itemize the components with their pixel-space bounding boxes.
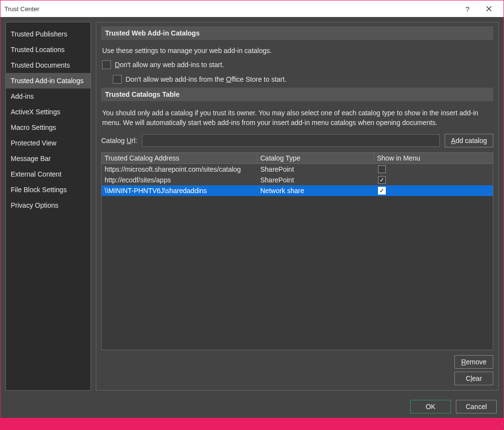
help-button[interactable]: ? [457, 1, 478, 16]
trust-center-window: Trust Center ? Trusted PublishersTrusted… [0, 0, 504, 418]
checkbox-dont-allow-addins[interactable]: Don't allow any web add-ins to start. [102, 60, 493, 69]
cell-type: SharePoint [257, 164, 374, 175]
checkbox-icon [378, 165, 386, 173]
checkbox-icon [113, 75, 122, 84]
cell-show-in-menu[interactable]: ✓ [374, 185, 493, 196]
ok-button[interactable]: OK [410, 400, 451, 413]
sidebar-item-activex-settings[interactable]: ActiveX Settings [6, 104, 90, 120]
sidebar-item-trusted-locations[interactable]: Trusted Locations [6, 42, 90, 57]
checkbox-icon [102, 60, 111, 69]
sidebar-item-privacy-options[interactable]: Privacy Options [6, 197, 90, 213]
titlebar: Trust Center ? [0, 0, 504, 17]
body-area: Trusted PublishersTrusted LocationsTrust… [0, 17, 504, 395]
cell-address: http://ecodf/sites/apps [102, 175, 257, 185]
table-row[interactable]: https://microsoft.sharepoint.com/sites/c… [102, 164, 493, 175]
sidebar-item-trusted-add-in-catalogs[interactable]: Trusted Add-in Catalogs [6, 73, 90, 89]
section-header-trusted-catalogs-table: Trusted Catalogs Table [101, 88, 493, 101]
close-button[interactable] [478, 1, 500, 16]
column-header-address[interactable]: Trusted Catalog Address [102, 153, 257, 163]
column-header-menu[interactable]: Show in Menu [374, 153, 493, 163]
resize-grip[interactable]: ⋰ [496, 422, 503, 429]
checkbox-label: Don't allow web add-ins from the Office … [126, 75, 287, 83]
cell-address: https://microsoft.sharepoint.com/sites/c… [102, 164, 257, 175]
table-actions: Remove Clear [101, 355, 493, 385]
cell-type: SharePoint [257, 175, 374, 185]
table-header-row: Trusted Catalog Address Catalog Type Sho… [102, 153, 493, 164]
catalogs-table: Trusted Catalog Address Catalog Type Sho… [101, 152, 493, 350]
window-title: Trust Center [4, 5, 457, 13]
clear-button[interactable]: Clear [454, 372, 493, 385]
table-row[interactable]: \\MININT-PHNTV6J\sharedaddinsNetwork sha… [102, 185, 493, 196]
sidebar-item-file-block-settings[interactable]: File Block Settings [6, 182, 90, 197]
cell-show-in-menu[interactable]: ✓ [374, 175, 493, 185]
intro-text: Use these settings to manage your web ad… [102, 47, 493, 54]
checkbox-dont-allow-office-store[interactable]: Don't allow web add-ins from the Office … [113, 75, 493, 84]
dialog-footer: OK Cancel [0, 395, 504, 418]
remove-button[interactable]: Remove [454, 355, 493, 369]
cell-type: Network share [257, 185, 374, 196]
catalog-url-row: Catalog Url: Add catalog [101, 134, 493, 147]
checkbox-icon: ✓ [378, 176, 386, 184]
checkbox-label: Don't allow any web add-ins to start. [115, 61, 224, 69]
catalog-url-input[interactable] [142, 134, 440, 147]
table-row[interactable]: http://ecodf/sites/appsSharePoint✓ [102, 175, 493, 185]
column-header-type[interactable]: Catalog Type [257, 153, 374, 163]
sidebar-item-external-content[interactable]: External Content [6, 166, 90, 182]
content-panel: Trusted Web Add-in Catalogs Use these se… [96, 22, 499, 391]
section-description: You should only add a catalog if you tru… [102, 108, 493, 128]
close-icon [486, 6, 492, 12]
sidebar: Trusted PublishersTrusted LocationsTrust… [5, 22, 91, 391]
sidebar-item-trusted-documents[interactable]: Trusted Documents [6, 57, 90, 73]
catalog-url-label: Catalog Url: [101, 137, 137, 144]
cell-show-in-menu[interactable] [374, 164, 493, 175]
checkbox-icon: ✓ [378, 187, 386, 195]
add-catalog-button[interactable]: Add catalog [445, 134, 493, 147]
sidebar-item-macro-settings[interactable]: Macro Settings [6, 120, 90, 135]
section-header-web-addin-catalogs: Trusted Web Add-in Catalogs [101, 26, 493, 40]
sidebar-item-add-ins[interactable]: Add-ins [6, 89, 90, 104]
sidebar-item-trusted-publishers[interactable]: Trusted Publishers [6, 26, 90, 42]
sidebar-item-protected-view[interactable]: Protected View [6, 135, 90, 151]
cell-address: \\MININT-PHNTV6J\sharedaddins [102, 185, 257, 196]
sidebar-item-message-bar[interactable]: Message Bar [6, 151, 90, 166]
cancel-button[interactable]: Cancel [456, 400, 497, 413]
table-body: https://microsoft.sharepoint.com/sites/c… [102, 164, 493, 196]
